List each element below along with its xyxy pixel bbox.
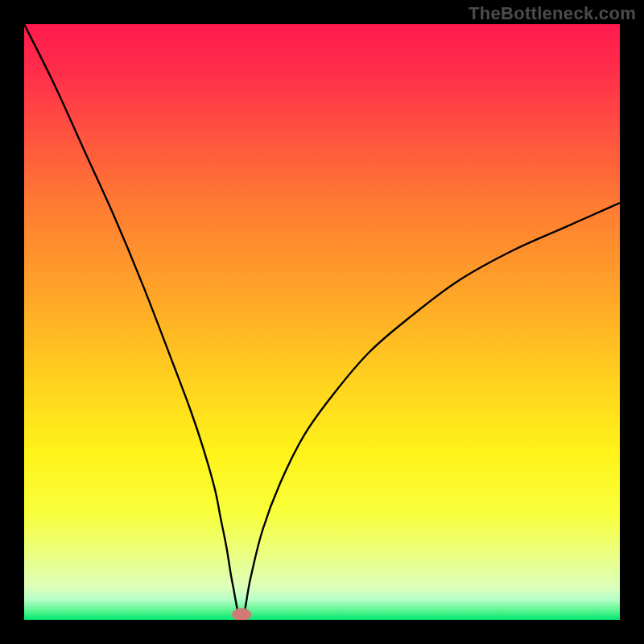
- watermark-text: TheBottleneck.com: [469, 3, 636, 24]
- gradient-background: [24, 24, 620, 620]
- bottleneck-chart: [24, 24, 620, 620]
- chart-frame: TheBottleneck.com: [0, 0, 644, 644]
- plot-area: [24, 24, 620, 620]
